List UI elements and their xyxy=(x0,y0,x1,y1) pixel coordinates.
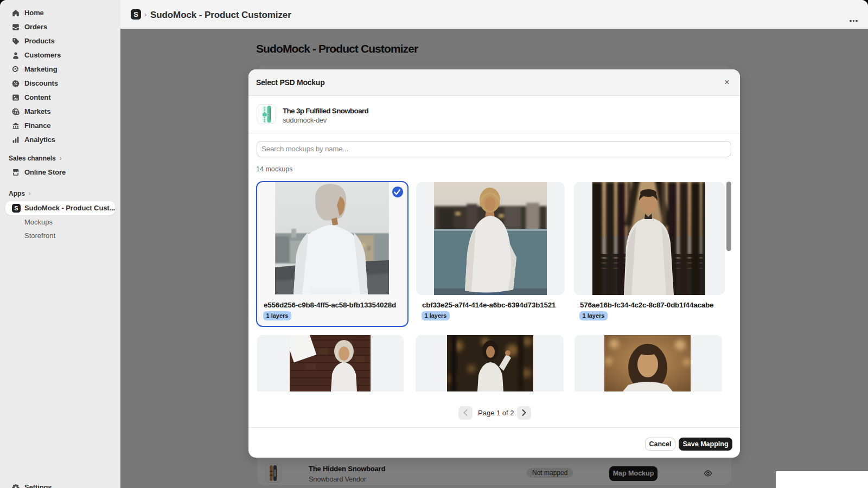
svg-text:$: $ xyxy=(17,112,18,114)
